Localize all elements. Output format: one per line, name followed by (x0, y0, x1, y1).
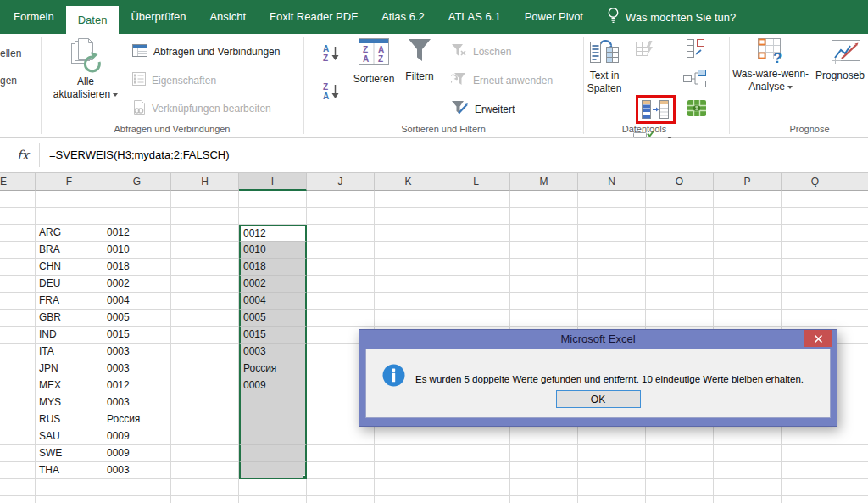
cell[interactable]: 0012 (103, 225, 171, 242)
cell[interactable] (782, 242, 849, 259)
cell[interactable] (646, 310, 714, 327)
cell[interactable] (510, 242, 578, 259)
cell[interactable] (714, 208, 782, 225)
cell[interactable] (442, 462, 510, 479)
cell[interactable] (375, 293, 442, 310)
cell[interactable]: 0012 (239, 225, 307, 242)
cell[interactable] (171, 242, 239, 259)
cell[interactable] (714, 462, 782, 479)
edit-links-button[interactable]: Verknüpfungen bearbeiten (132, 100, 271, 117)
cell[interactable] (442, 496, 510, 503)
cell[interactable] (782, 293, 849, 310)
sort-descending-button[interactable]: ZA (322, 82, 340, 104)
cell[interactable] (0, 327, 36, 344)
column-header-F[interactable]: F (36, 173, 103, 191)
cell[interactable] (646, 276, 714, 293)
cell[interactable] (239, 496, 307, 503)
queries-connections-button[interactable]: Abfragen und Verbindungen (132, 44, 280, 59)
cell[interactable] (36, 191, 103, 208)
cell[interactable] (782, 445, 849, 462)
column-header-G[interactable]: G (103, 173, 171, 191)
advanced-filter-button[interactable]: Erweitert (451, 100, 515, 118)
column-header-partial[interactable] (849, 173, 868, 191)
cell[interactable] (849, 360, 868, 377)
cell[interactable] (239, 445, 307, 462)
cell[interactable] (375, 276, 442, 293)
cell[interactable] (307, 208, 375, 225)
cell[interactable] (849, 242, 868, 259)
cell[interactable] (171, 496, 239, 503)
cell[interactable]: 0002 (103, 276, 171, 293)
cell[interactable] (646, 259, 714, 276)
tab-power-pivot[interactable]: Power Pivot (513, 0, 595, 34)
cell[interactable] (375, 479, 442, 496)
column-header-I[interactable]: I (239, 173, 307, 191)
cell[interactable] (714, 259, 782, 276)
column-header-H[interactable]: H (171, 173, 239, 191)
cell[interactable] (782, 462, 849, 479)
cell[interactable] (442, 445, 510, 462)
properties-button[interactable]: Eigenschaften (132, 72, 216, 88)
cell[interactable] (0, 344, 36, 360)
cell[interactable] (510, 479, 578, 496)
cell[interactable]: 0004 (103, 293, 171, 310)
cell[interactable] (714, 191, 782, 208)
cell[interactable] (375, 445, 442, 462)
cell[interactable] (578, 479, 646, 496)
cell[interactable] (103, 479, 171, 496)
cell[interactable] (0, 462, 36, 479)
cell[interactable] (510, 276, 578, 293)
cell[interactable] (714, 242, 782, 259)
cell[interactable] (646, 242, 714, 259)
column-header-E[interactable]: E (0, 173, 36, 191)
cell[interactable]: 0003 (103, 394, 171, 411)
cell[interactable]: FRA (36, 293, 103, 310)
cell[interactable] (714, 445, 782, 462)
cell[interactable] (171, 462, 239, 479)
cell[interactable]: 0005 (239, 310, 307, 327)
cell[interactable] (307, 293, 375, 310)
cell[interactable] (171, 310, 239, 327)
cell[interactable] (171, 394, 239, 411)
cell[interactable]: MEX (36, 377, 103, 394)
cell[interactable] (375, 496, 442, 503)
cell[interactable]: 0002 (239, 276, 307, 293)
cell[interactable] (375, 191, 442, 208)
cell[interactable] (510, 191, 578, 208)
cell[interactable] (171, 225, 239, 242)
cell[interactable] (510, 310, 578, 327)
cell[interactable] (307, 276, 375, 293)
cell[interactable] (442, 259, 510, 276)
cell[interactable] (782, 259, 849, 276)
cell[interactable] (782, 496, 849, 503)
cell[interactable] (849, 462, 868, 479)
cell[interactable] (646, 208, 714, 225)
cell[interactable] (171, 479, 239, 496)
cell[interactable]: SAU (36, 428, 103, 445)
cell[interactable] (510, 445, 578, 462)
cell[interactable] (849, 259, 868, 276)
reapply-button[interactable]: Erneut anwenden (451, 72, 553, 89)
tab-atlas-6.2[interactable]: Atlas 6.2 (370, 0, 437, 34)
cell[interactable] (782, 208, 849, 225)
column-header-N[interactable]: N (578, 173, 646, 191)
tab-überprüfen[interactable]: Überprüfen (119, 0, 198, 34)
cell[interactable] (0, 310, 36, 327)
cell[interactable] (849, 394, 868, 411)
column-header-O[interactable]: O (646, 173, 714, 191)
cell[interactable]: 0018 (103, 259, 171, 276)
formula-input[interactable]: =SVERWEIS(H3;mydata;2;FALSCH) (49, 138, 230, 172)
cell[interactable]: 0003 (103, 360, 171, 377)
cell[interactable] (578, 310, 646, 327)
column-header-P[interactable]: P (714, 173, 782, 191)
cell[interactable]: MYS (36, 394, 103, 411)
flash-fill-button[interactable] (636, 40, 654, 61)
cell[interactable] (36, 496, 103, 503)
cell[interactable] (849, 479, 868, 496)
column-header-L[interactable]: L (442, 173, 510, 191)
cell[interactable] (0, 242, 36, 259)
cell[interactable] (849, 191, 868, 208)
cell[interactable] (782, 225, 849, 242)
cell[interactable]: CHN (36, 259, 103, 276)
cell[interactable] (714, 479, 782, 496)
